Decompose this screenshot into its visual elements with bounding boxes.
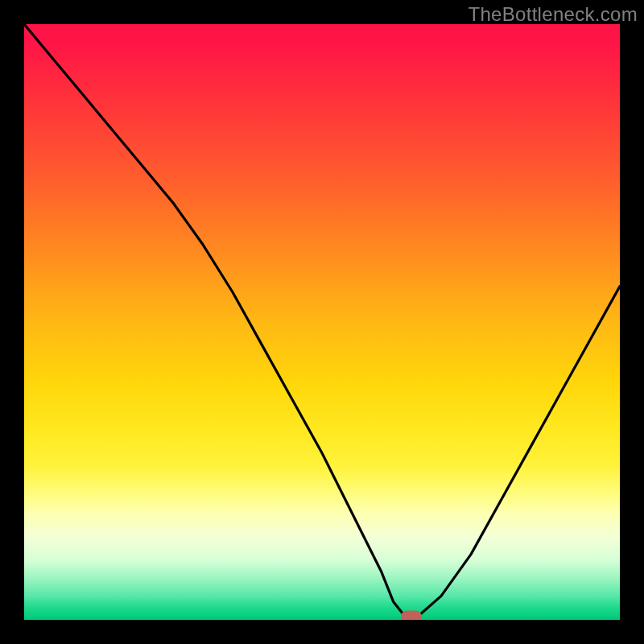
- watermark-text: TheBottleneck.com: [468, 3, 638, 26]
- plot-area: [24, 24, 620, 620]
- optimum-marker: [401, 611, 422, 620]
- bottleneck-curve: [24, 24, 620, 620]
- chart-frame: TheBottleneck.com: [0, 0, 644, 644]
